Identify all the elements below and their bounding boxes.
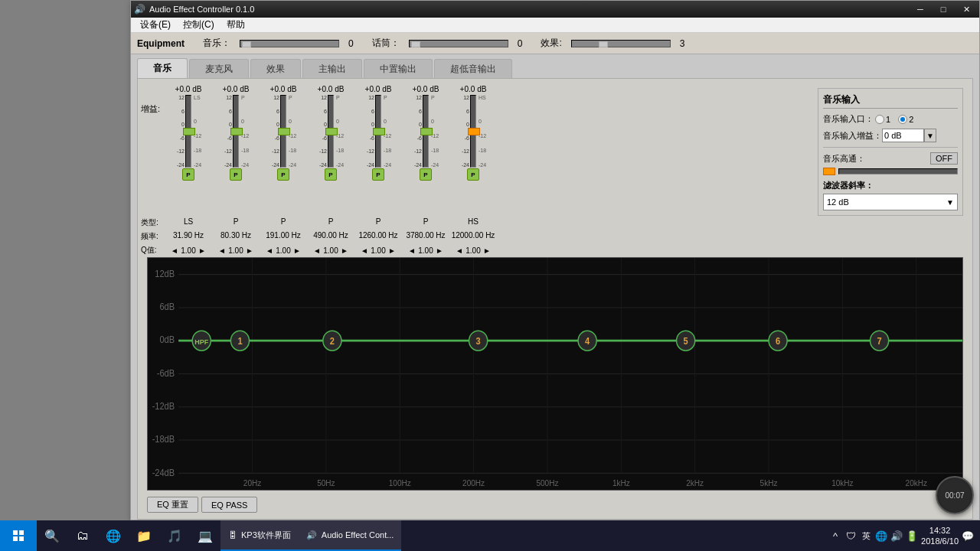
tray-network-icon[interactable]: 🌐 [875, 530, 887, 542]
start-button[interactable] [0, 520, 37, 551]
tray-time[interactable]: 14:32 2018/6/10 [921, 525, 959, 547]
ch1-q-left[interactable]: ◄ [171, 246, 178, 255]
ch5-p-btn[interactable]: P [372, 168, 384, 181]
radio-btn-1[interactable] [875, 115, 884, 124]
tray-action-center-icon[interactable]: 💬 [962, 530, 974, 542]
svg-text:200Hz: 200Hz [462, 478, 485, 487]
ch2-p-btn[interactable]: P [230, 168, 242, 181]
ch6-q-left[interactable]: ◄ [408, 246, 416, 255]
eq-panel: 增益: +0.0 dB 12 6 0 -6 - [137, 78, 973, 520]
eq-graph-container[interactable]: 12dB 6dB 0dB -6dB -12dB -18dB -24dB HPF … [147, 257, 963, 491]
taskbar-explorer-icon[interactable]: 📁 [129, 520, 159, 551]
port-radio-2[interactable]: 2 [898, 115, 913, 124]
ch7-fader-thumb[interactable] [468, 128, 480, 135]
freq-row: 31.90 Hz 80.30 Hz 191.00 Hz 490.00 Hz 12… [165, 231, 496, 242]
radio-btn-2[interactable] [898, 115, 907, 124]
gain-input-label: 音乐输入增益： [823, 130, 882, 142]
q-row: ◄ 1.00 ► ◄ 1.00 ► ◄ 1.00 ► [165, 246, 496, 255]
minimize-button[interactable]: ─ [910, 2, 930, 16]
svg-text:500Hz: 500Hz [536, 478, 558, 487]
ch5-q-left[interactable]: ◄ [361, 246, 368, 255]
ch2-gain: +0.0 dB [223, 85, 250, 93]
tab-sub-out[interactable]: 超低音输出 [434, 59, 512, 79]
ch7-q-left[interactable]: ◄ [456, 246, 463, 255]
music-value: 0 [348, 38, 354, 49]
slope-value: 12 dB [827, 197, 849, 207]
svg-text:1kHz: 1kHz [612, 478, 630, 487]
ch2-fader-thumb[interactable] [230, 128, 243, 135]
gain-input-field[interactable] [882, 129, 924, 142]
taskbar-search-icon[interactable]: 🔍 [37, 520, 67, 551]
ch3-q-left[interactable]: ◄ [266, 246, 273, 255]
taskbar-ie-icon[interactable]: 🎵 [159, 520, 190, 551]
close-button[interactable]: ✕ [956, 2, 976, 16]
music-input-title: 音乐输入 [823, 93, 958, 109]
eq-graph-svg: 12dB 6dB 0dB -6dB -12dB -18dB -24dB HPF … [148, 258, 962, 490]
taskbar-app-audio[interactable]: 🔊 Audio Effect Cont... [299, 520, 402, 551]
main-content: 音乐 麦克风 效果 主输出 中置输出 超低音输出 增益: +0.0 dB [131, 54, 979, 520]
ch5-freq: 1260.00 Hz [355, 231, 401, 242]
tray-volume-icon[interactable]: 🔊 [890, 530, 903, 542]
tab-effects[interactable]: 效果 [250, 59, 301, 79]
ch6-q-val: 1.00 [416, 246, 435, 255]
tray-expand-icon[interactable]: ^ [829, 530, 841, 542]
gain-dropdown-btn[interactable]: ▼ [924, 129, 936, 142]
ch5-type: P [355, 217, 401, 228]
tab-music[interactable]: 音乐 [137, 58, 188, 79]
ch5-q-val: 1.00 [369, 246, 387, 255]
ch2-q-left[interactable]: ◄ [218, 246, 226, 255]
ch6-gain: +0.0 dB [413, 85, 439, 93]
equipment-label: Equipment [137, 38, 185, 49]
ch7-q-right[interactable]: ► [483, 246, 491, 255]
ch6-fader-thumb[interactable] [420, 128, 433, 135]
taskbar-store-icon[interactable]: 💻 [190, 520, 220, 551]
mic-slider[interactable] [409, 40, 508, 47]
slope-select[interactable]: 12 dB ▼ [823, 194, 958, 210]
menu-device[interactable]: 设备(E) [134, 17, 177, 33]
ch5-fader-thumb[interactable] [373, 128, 385, 135]
tab-mic[interactable]: 麦克风 [189, 59, 249, 79]
tab-mid-out[interactable]: 中置输出 [364, 59, 433, 79]
port-radio-1[interactable]: 1 [875, 115, 890, 124]
ch1-fader-thumb[interactable] [183, 128, 195, 135]
highpass-off-btn[interactable]: OFF [930, 152, 958, 165]
svg-text:20Hz: 20Hz [243, 478, 261, 487]
tab-main-out[interactable]: 主输出 [302, 59, 362, 79]
music-slider[interactable] [240, 40, 339, 47]
menu-control[interactable]: 控制(C) [177, 17, 220, 33]
highpass-slider-track[interactable] [838, 168, 958, 174]
toolbar: Equipment 音乐： 0 话筒： 0 效果: 3 [131, 33, 979, 54]
svg-text:12dB: 12dB [155, 269, 175, 279]
tray-battery-icon[interactable]: 🔋 [906, 530, 918, 542]
ch1-q-right[interactable]: ► [198, 246, 206, 255]
tray-lang-icon[interactable]: 英 [860, 530, 872, 542]
ch4-q-left[interactable]: ◄ [313, 246, 321, 255]
ch3-q-right[interactable]: ► [293, 246, 301, 255]
ch6-q-right[interactable]: ► [436, 246, 443, 255]
slope-label: 滤波器斜率： [823, 180, 958, 191]
ch3-fader-thumb[interactable] [278, 128, 290, 135]
ch2-q-right[interactable]: ► [246, 246, 253, 255]
ch3-p-btn[interactable]: P [277, 168, 289, 181]
ch7-p-btn[interactable]: P [467, 168, 479, 181]
svg-text:50Hz: 50Hz [317, 478, 335, 487]
ch4-fader-thumb[interactable] [325, 128, 338, 135]
channel-7: +0.0 dB 1260-6-12-24 HS 0-12-18-24 [450, 85, 496, 181]
taskbar-cortana-icon[interactable]: 🗂 [67, 520, 98, 551]
ch1-p-btn[interactable]: P [182, 168, 194, 181]
highpass-slider-thumb[interactable] [823, 168, 835, 175]
maximize-button[interactable]: □ [933, 2, 953, 16]
svg-rect-53 [13, 536, 18, 541]
port-label: 音乐输入口： [823, 113, 875, 125]
ch6-p-btn[interactable]: P [420, 168, 432, 181]
tray-antivirus-icon[interactable]: 🛡 [844, 530, 857, 542]
eq-reset-btn[interactable]: EQ 重置 [147, 497, 198, 513]
taskbar-app-kp3[interactable]: 🎛 KP3软件界面 [220, 520, 299, 551]
ch4-q-right[interactable]: ► [341, 246, 348, 255]
eq-pass-btn[interactable]: EQ PASS [201, 497, 257, 513]
ch4-p-btn[interactable]: P [325, 168, 337, 181]
ch5-q-right[interactable]: ► [388, 246, 396, 255]
taskbar-edge-icon[interactable]: 🌐 [98, 520, 129, 551]
effect-slider[interactable] [571, 40, 671, 47]
menu-help[interactable]: 帮助 [220, 17, 251, 33]
